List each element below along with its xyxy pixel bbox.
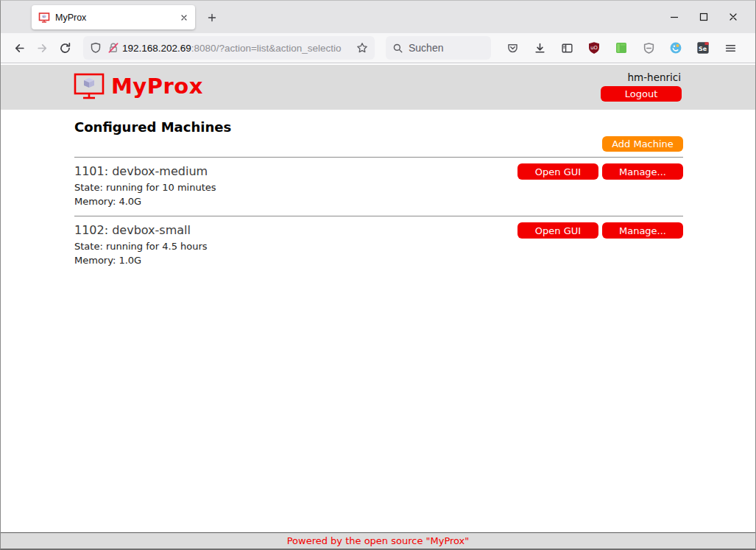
svg-text:uO: uO: [590, 45, 598, 51]
new-tab-button[interactable]: [202, 8, 222, 27]
machine-actions: Open GUI Manage...: [517, 222, 683, 239]
machine-actions: Open GUI Manage...: [517, 163, 683, 180]
myprox-favicon-icon: [38, 12, 50, 24]
forward-icon[interactable]: [31, 37, 54, 59]
reload-icon[interactable]: [54, 37, 77, 59]
myprox-logo-icon: [74, 73, 105, 99]
url-bar[interactable]: 192.168.202.69:8080/?action=list&action_…: [83, 36, 375, 60]
ublock-origin-icon[interactable]: uO: [587, 38, 601, 57]
footer-text: Powered by the open source "MyProx": [287, 535, 470, 546]
maximize-button[interactable]: [689, 1, 718, 33]
manage-button[interactable]: Manage...: [602, 222, 683, 239]
toolbar-extensions: uO: [505, 38, 738, 57]
username-label: hm-henrici: [628, 71, 681, 83]
minimize-button[interactable]: [660, 1, 689, 33]
search-placeholder: Suchen: [409, 42, 443, 54]
titlebar: MyProx: [1, 1, 755, 33]
bookmark-star-icon[interactable]: [356, 42, 368, 54]
page-footer: Powered by the open source "MyProx": [1, 532, 755, 549]
page-title: Configured Machines: [74, 119, 683, 135]
sidebar-toggle-icon[interactable]: [559, 38, 574, 57]
machine-memory: Memory: 1.0G: [74, 253, 683, 267]
browser-window: MyProx: [0, 0, 756, 550]
add-machine-row: Add Machine: [74, 136, 683, 152]
search-bar[interactable]: Suchen: [386, 36, 491, 60]
browser-tab[interactable]: MyProx: [32, 5, 195, 29]
container-extension-icon[interactable]: [668, 38, 683, 57]
tracking-protection-shield-icon[interactable]: [90, 42, 102, 54]
brand-home-link[interactable]: MyProx: [74, 73, 203, 99]
logout-button[interactable]: Logout: [601, 86, 682, 102]
brand-name: MyProx: [111, 74, 203, 99]
url-text[interactable]: 192.168.202.69:8080/?action=list&action_…: [122, 43, 356, 54]
machine-row-1101: 1101: devbox-medium State: running for 1…: [74, 157, 683, 216]
selenium-ide-icon[interactable]: Se: [696, 38, 710, 57]
noscript-icon[interactable]: [614, 38, 629, 57]
search-icon: [392, 43, 403, 54]
close-button[interactable]: [718, 1, 748, 33]
url-host: 192.168.202.69: [122, 43, 191, 54]
open-gui-button[interactable]: Open GUI: [517, 222, 598, 239]
user-area: hm-henrici Logout: [601, 71, 682, 102]
manage-button[interactable]: Manage...: [602, 163, 683, 180]
navigation-toolbar: 192.168.202.69:8080/?action=list&action_…: [1, 33, 755, 63]
machine-state: State: running for 4.5 hours: [74, 239, 683, 253]
add-machine-button[interactable]: Add Machine: [602, 136, 683, 152]
pocket-icon[interactable]: [505, 38, 520, 57]
back-icon[interactable]: [8, 37, 31, 59]
machine-state: State: running for 10 minutes: [74, 180, 683, 194]
main-content: Configured Machines Add Machine 1101: de…: [74, 119, 683, 275]
url-path: :8080/?action=list&action_selectio: [191, 43, 342, 54]
protection-shield-minus-icon[interactable]: [641, 38, 656, 57]
menu-hamburger-icon[interactable]: [723, 38, 738, 57]
insecure-lock-icon[interactable]: [107, 42, 119, 54]
machine-row-1102: 1102: devbox-small State: running for 4.…: [74, 216, 683, 275]
machine-memory: Memory: 4.0G: [74, 194, 683, 208]
svg-text:Se: Se: [699, 46, 707, 52]
downloads-icon[interactable]: [532, 38, 547, 57]
tab-title: MyProx: [55, 13, 180, 23]
tab-close-icon[interactable]: [180, 13, 188, 22]
window-controls: [660, 1, 748, 33]
open-gui-button[interactable]: Open GUI: [517, 163, 598, 180]
page-header: MyProx hm-henrici Logout: [1, 65, 755, 110]
